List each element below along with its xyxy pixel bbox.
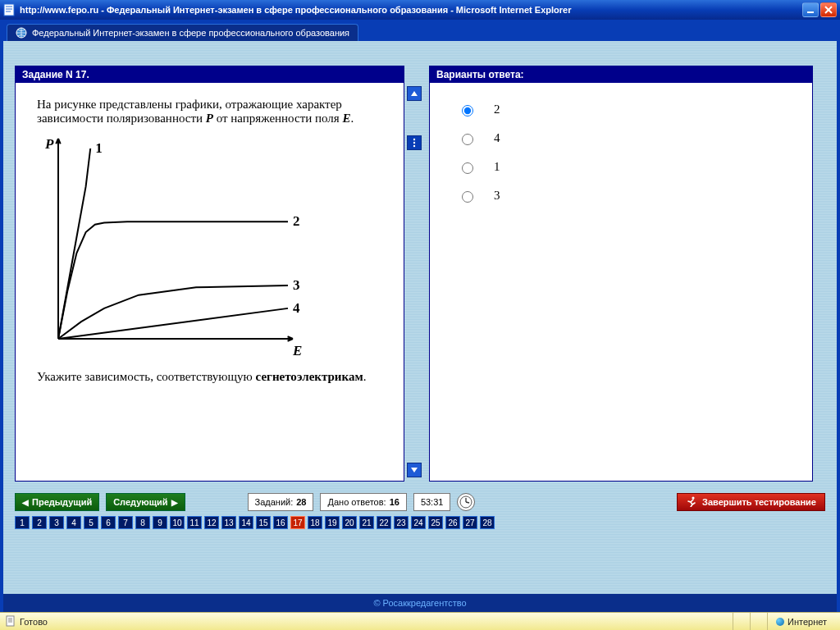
answer-label: 2: [494, 103, 500, 116]
tasks-count-box: Заданий: 28: [248, 493, 314, 511]
question-number-3[interactable]: 3: [49, 516, 64, 529]
minimize-button[interactable]: [802, 2, 819, 17]
question-header: Задание N 17.: [16, 66, 404, 83]
svg-text:3: 3: [293, 277, 300, 293]
question-text: На рисунке представлены графики, отражаю…: [37, 98, 382, 126]
question-number-21[interactable]: 21: [359, 516, 374, 529]
question-number-6[interactable]: 6: [101, 516, 116, 529]
question-number-16[interactable]: 16: [273, 516, 288, 529]
close-button[interactable]: [820, 2, 837, 17]
question-number-11[interactable]: 11: [187, 516, 202, 529]
question-number-25[interactable]: 25: [428, 516, 443, 529]
internet-zone-icon: [776, 618, 784, 626]
info-button[interactable]: [407, 135, 422, 150]
question-number-1[interactable]: 1: [15, 516, 30, 529]
timer-box: 53:31: [413, 493, 451, 511]
question-followup: Укажите зависимость, соответствующую сег…: [37, 370, 382, 384]
question-number-14[interactable]: 14: [239, 516, 253, 529]
question-number-22[interactable]: 22: [377, 516, 391, 529]
tab-title: Федеральный Интернет-экзамен в сфере про…: [32, 28, 349, 38]
status-ready: Готово: [20, 617, 48, 627]
question-number-23[interactable]: 23: [394, 516, 409, 529]
svg-marker-9: [411, 468, 418, 472]
answer-option[interactable]: 2: [458, 103, 784, 116]
answers-body: 2413: [430, 83, 812, 237]
answer-label: 3: [494, 189, 500, 203]
scroll-up-button[interactable]: [407, 86, 422, 101]
question-number-19[interactable]: 19: [325, 516, 340, 529]
window-title: http://www.fepo.ru - Федеральный Интерне…: [20, 5, 571, 15]
answer-label: 1: [494, 160, 500, 174]
question-number-12[interactable]: 12: [204, 516, 219, 529]
prev-label: Предыдущий: [32, 497, 92, 507]
answer-label: 4: [494, 131, 500, 145]
tab-strip: Федеральный Интернет-экзамен в сфере про…: [0, 20, 840, 41]
ie-page-icon: [3, 3, 16, 16]
status-empty-2: [750, 613, 767, 630]
question-number-10[interactable]: 10: [170, 516, 185, 529]
svg-text:4: 4: [293, 300, 300, 316]
svg-point-7: [413, 142, 415, 144]
question-number-2[interactable]: 2: [32, 516, 47, 529]
clock-icon: [457, 493, 475, 511]
titlebar: http://www.fepo.ru - Федеральный Интерне…: [0, 0, 840, 20]
question-number-20[interactable]: 20: [342, 516, 357, 529]
work-area: Задание N 17. На рисунке представлены гр…: [0, 41, 840, 594]
svg-rect-26: [7, 616, 14, 626]
answer-option[interactable]: 4: [458, 131, 784, 145]
question-number-row: 1234567891011121314151617181920212223242…: [3, 514, 837, 536]
doc-icon: [5, 615, 16, 628]
answer-option[interactable]: 3: [458, 189, 784, 203]
triangle-right-icon: ▶: [171, 498, 178, 507]
prev-button[interactable]: ◀ Предыдущий: [15, 493, 99, 511]
next-button[interactable]: Следующий ▶: [106, 493, 185, 511]
question-number-7[interactable]: 7: [118, 516, 133, 529]
next-label: Следующий: [113, 497, 167, 507]
status-empty-1: [733, 613, 750, 630]
status-zone: Интернет: [767, 613, 835, 630]
finish-label: Завершить тестирование: [702, 497, 816, 507]
question-number-8[interactable]: 8: [135, 516, 150, 529]
statusbar: Готово Интернет: [0, 612, 840, 630]
chart-figure: PE1234: [29, 134, 308, 363]
scroll-down-button[interactable]: [407, 463, 422, 477]
svg-text:E: E: [292, 343, 302, 358]
browser-tab[interactable]: Федеральный Интернет-экзамен в сфере про…: [7, 24, 358, 41]
triangle-left-icon: ◀: [22, 498, 29, 507]
bottom-controls: ◀ Предыдущий Следующий ▶ Заданий: 28 Дан…: [3, 490, 837, 514]
answered-count-box: Дано ответов:16: [320, 493, 406, 511]
question-number-28[interactable]: 28: [480, 516, 495, 529]
svg-text:1: 1: [95, 140, 103, 156]
footer-credit: © Росаккредагентство: [0, 594, 840, 612]
svg-point-25: [692, 496, 694, 499]
question-number-13[interactable]: 13: [221, 516, 236, 529]
answer-radio[interactable]: [462, 191, 473, 203]
answer-radio[interactable]: [462, 105, 473, 116]
question-panel: Задание N 17. На рисунке представлены гр…: [15, 66, 404, 482]
question-number-15[interactable]: 15: [256, 516, 271, 529]
answer-radio[interactable]: [462, 162, 473, 174]
svg-point-8: [413, 145, 415, 147]
question-body: На рисунке представлены графики, отражаю…: [16, 83, 404, 407]
question-number-4[interactable]: 4: [66, 516, 81, 529]
answers-panel: Варианты ответа: 2413: [429, 66, 813, 482]
answers-header: Варианты ответа:: [430, 66, 812, 83]
question-number-26[interactable]: 26: [445, 516, 460, 529]
finish-button[interactable]: Завершить тестирование: [677, 493, 825, 511]
question-number-9[interactable]: 9: [153, 516, 167, 529]
question-number-27[interactable]: 27: [463, 516, 477, 529]
svg-marker-5: [411, 91, 418, 96]
globe-icon: [16, 27, 27, 39]
svg-text:P: P: [44, 136, 54, 152]
answer-radio[interactable]: [462, 134, 473, 145]
question-number-18[interactable]: 18: [308, 516, 322, 529]
question-number-5[interactable]: 5: [84, 516, 98, 529]
svg-text:2: 2: [293, 213, 300, 229]
answer-option[interactable]: 1: [458, 160, 784, 174]
question-number-24[interactable]: 24: [411, 516, 426, 529]
svg-point-6: [413, 139, 415, 140]
question-number-17[interactable]: 17: [290, 516, 305, 529]
runner-icon: [686, 495, 697, 509]
svg-rect-0: [4, 4, 14, 16]
